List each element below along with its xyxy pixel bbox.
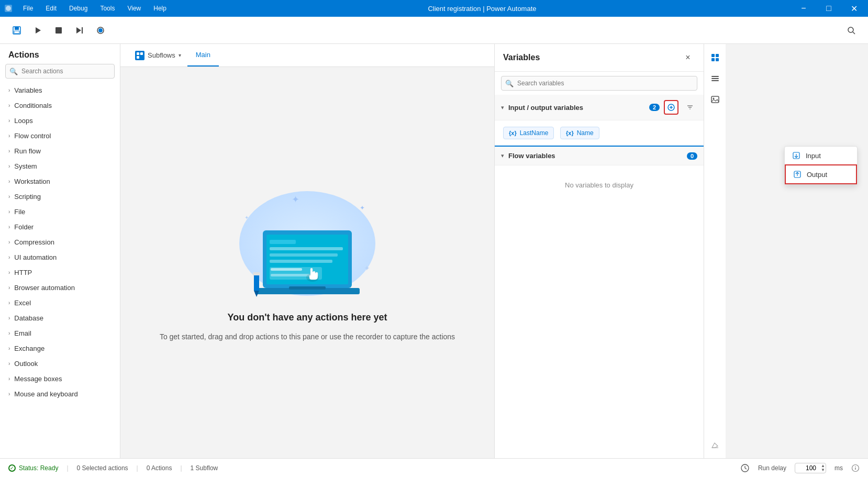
svg-rect-4	[14, 31, 19, 34]
action-label: System	[14, 162, 37, 170]
svg-rect-21	[270, 253, 338, 257]
menu-file[interactable]: File	[17, 0, 39, 17]
action-item-mouse-keyboard[interactable]: › Mouse and keyboard	[0, 386, 120, 402]
action-item-file[interactable]: › File	[0, 204, 120, 219]
action-item-flow-control[interactable]: › Flow control	[0, 128, 120, 143]
chevron-right-icon: ›	[8, 391, 10, 397]
subflow-count-label: 1 Subflow	[191, 464, 218, 472]
image-button[interactable]	[706, 90, 725, 109]
empty-illustration: ✦ ✦ ✦ ✦	[229, 183, 386, 304]
stop-button[interactable]	[50, 22, 67, 39]
minimize-button[interactable]: −	[792, 0, 816, 17]
action-label: Loops	[14, 117, 32, 125]
close-button[interactable]: ✕	[842, 0, 866, 17]
empty-state-title: You don't have any actions here yet	[227, 312, 387, 323]
add-variable-button[interactable]	[664, 100, 678, 115]
action-item-email[interactable]: › Email	[0, 326, 120, 341]
variables-close-button[interactable]: ×	[681, 50, 695, 65]
variable-chip-lastname[interactable]: {x} LastName	[503, 127, 554, 139]
svg-point-10	[98, 28, 103, 32]
action-item-http[interactable]: › HTTP	[0, 265, 120, 280]
action-item-exchange[interactable]: › Exchange	[0, 341, 120, 356]
chevron-right-icon: ›	[8, 194, 10, 199]
svg-rect-28	[289, 286, 326, 290]
dropdown-item-input[interactable]: Input	[785, 147, 857, 164]
action-item-browser-automation[interactable]: › Browser automation	[0, 280, 120, 295]
action-item-conditionals[interactable]: › Conditionals	[0, 98, 120, 113]
laptop-svg	[250, 220, 365, 304]
chevron-down-icon: ▾	[179, 52, 181, 58]
content-area: Actions 🔍 › Variables › Conditionals › L…	[0, 44, 868, 458]
chevron-right-icon: ›	[8, 376, 10, 382]
action-item-folder[interactable]: › Folder	[0, 219, 120, 235]
action-item-run-flow[interactable]: › Run flow	[0, 143, 120, 159]
variable-chip-name[interactable]: {x} Name	[560, 127, 599, 139]
chevron-right-icon: ›	[8, 103, 10, 108]
chevron-right-icon: ›	[8, 330, 10, 336]
eraser-button[interactable]	[706, 435, 725, 454]
empty-state-subtitle: To get started, drag and drop actions to…	[160, 331, 455, 342]
action-item-excel[interactable]: › Excel	[0, 295, 120, 310]
flow-count-badge: 0	[687, 152, 697, 160]
dropdown-item-output[interactable]: Output	[785, 164, 857, 184]
run-button[interactable]	[29, 22, 46, 39]
variable-icon: {x}	[566, 130, 574, 136]
action-label: Scripting	[14, 193, 41, 201]
action-item-outlook[interactable]: › Outlook	[0, 356, 120, 371]
maximize-button[interactable]: □	[817, 0, 841, 17]
filter-button[interactable]	[683, 100, 697, 115]
action-item-workstation[interactable]: › Workstation	[0, 174, 120, 189]
actions-count-label: 0 Actions	[147, 464, 172, 472]
canvas-empty-state: ✦ ✦ ✦ ✦	[120, 67, 494, 458]
svg-rect-49	[711, 96, 719, 103]
menu-tools[interactable]: Tools	[94, 0, 121, 17]
subflows-button[interactable]: Subflows ▾	[129, 44, 187, 66]
action-item-ui-automation[interactable]: › UI automation	[0, 250, 120, 265]
action-item-scripting[interactable]: › Scripting	[0, 189, 120, 204]
next-button[interactable]	[71, 22, 88, 39]
svg-rect-22	[270, 260, 332, 263]
action-item-variables[interactable]: › Variables	[0, 83, 120, 98]
save-button[interactable]	[8, 22, 25, 39]
run-delay-down[interactable]: ▼	[821, 468, 825, 472]
menu-debug[interactable]: Debug	[63, 0, 94, 17]
menu-help[interactable]: Help	[147, 0, 173, 17]
menu-edit[interactable]: Edit	[39, 0, 63, 17]
action-item-system[interactable]: › System	[0, 159, 120, 174]
io-count-badge: 2	[649, 104, 660, 111]
svg-point-58	[855, 466, 856, 467]
chevron-right-icon: ›	[8, 118, 10, 124]
output-icon	[793, 170, 802, 179]
svg-point-1	[6, 6, 11, 11]
action-label: Flow control	[14, 132, 51, 140]
variables-panel-toggle[interactable]	[706, 48, 725, 67]
input-output-section-header[interactable]: ▾ Input / output variables 2	[495, 95, 704, 120]
layers-button[interactable]	[706, 69, 725, 88]
search-button[interactable]	[843, 22, 860, 39]
app-icon	[0, 0, 17, 17]
chevron-right-icon: ›	[8, 270, 10, 275]
record-button[interactable]	[92, 22, 109, 39]
action-item-compression[interactable]: › Compression	[0, 235, 120, 250]
action-item-message-boxes[interactable]: › Message boxes	[0, 371, 120, 386]
tab-main[interactable]: Main	[187, 44, 219, 66]
action-item-database[interactable]: › Database	[0, 310, 120, 326]
search-variables-input[interactable]	[501, 76, 697, 91]
chevron-right-icon: ›	[8, 346, 10, 351]
close-icon: ×	[685, 53, 690, 62]
svg-rect-46	[711, 76, 719, 77]
subflows-label: Subflows	[148, 51, 175, 59]
chevron-right-icon: ›	[8, 209, 10, 215]
menu-view[interactable]: View	[121, 0, 147, 17]
info-icon[interactable]	[851, 464, 860, 472]
action-item-loops[interactable]: › Loops	[0, 113, 120, 128]
variable-name: Name	[577, 129, 594, 137]
svg-marker-7	[76, 27, 81, 34]
clock-icon	[740, 463, 750, 473]
run-delay-arrows: ▲ ▼	[821, 463, 825, 473]
status-bar: Status: Ready | 0 Selected actions | 0 A…	[0, 458, 868, 477]
flow-variables-section-header[interactable]: ▾ Flow variables 0	[495, 147, 704, 165]
search-icon: 🔍	[9, 68, 18, 75]
right-sidebar	[704, 44, 726, 458]
search-actions-input[interactable]	[5, 64, 115, 79]
